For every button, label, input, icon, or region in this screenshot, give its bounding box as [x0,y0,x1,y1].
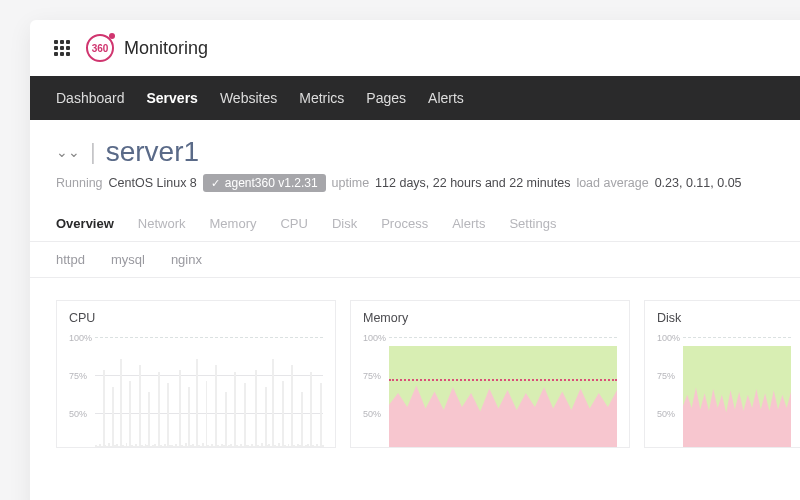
uptime-value: 112 days, 22 hours and 22 minutes [375,176,570,190]
title-row: ⌄⌄ | server1 [56,136,800,168]
tab-memory[interactable]: Memory [210,216,257,231]
server-meta: Running CentOS Linux 8 ✓ agent360 v1.2.3… [56,174,800,192]
ytick: 75% [69,371,87,381]
nav-websites[interactable]: Websites [220,90,277,106]
tab-settings[interactable]: Settings [509,216,556,231]
brand-logo-icon: 360 [86,34,114,62]
chart-title-cpu: CPU [69,311,323,325]
ytick: 75% [657,371,675,381]
ytick: 50% [69,409,87,419]
tab-disk[interactable]: Disk [332,216,357,231]
process-mysql[interactable]: mysql [111,252,145,267]
brand: 360 Monitoring [86,34,208,62]
process-filter-row: httpd mysql nginx [30,242,800,278]
server-name: server1 [106,136,199,168]
app-window: 360 Monitoring Dashboard Servers Website… [30,20,800,500]
agent-version: agent360 v1.2.31 [225,176,318,190]
brand-name: Monitoring [124,38,208,59]
uptime-label: uptime [332,176,370,190]
os-name: CentOS Linux 8 [109,176,197,190]
ytick: 100% [69,333,92,343]
status-label: Running [56,176,103,190]
ytick: 100% [657,333,680,343]
chart-title-memory: Memory [363,311,617,325]
ytick: 50% [363,409,381,419]
chart-card-disk: Disk 100% 75% 50% [644,300,800,448]
ytick: 50% [657,409,675,419]
brand-logo-text: 360 [92,43,109,54]
chart-body-memory: 100% 75% 50% [363,337,617,447]
tab-process[interactable]: Process [381,216,428,231]
chart-body-cpu: 100% 75% 50% [69,337,323,447]
topbar: 360 Monitoring [30,20,800,76]
chart-title-disk: Disk [657,311,791,325]
apps-grid-icon[interactable] [54,40,70,56]
chart-card-memory: Memory 100% 75% 50% [350,300,630,448]
page-header: ⌄⌄ | server1 Running CentOS Linux 8 ✓ ag… [30,120,800,198]
nav-servers[interactable]: Servers [147,90,198,106]
nav-dashboard[interactable]: Dashboard [56,90,125,106]
tab-alerts[interactable]: Alerts [452,216,485,231]
agent-badge: ✓ agent360 v1.2.31 [203,174,326,192]
title-divider: | [90,139,96,165]
charts-row: CPU 100% 75% 50% Memory 100% 75% 50% [30,278,800,448]
memory-line-cached [389,379,617,381]
chart-card-cpu: CPU 100% 75% 50% [56,300,336,448]
tab-network[interactable]: Network [138,216,186,231]
chart-body-disk: 100% 75% 50% [657,337,791,447]
check-icon: ✓ [211,177,220,190]
main-nav: Dashboard Servers Websites Metrics Pages… [30,76,800,120]
cpu-sparkline [95,337,323,447]
loadavg-value: 0.23, 0.11, 0.05 [655,176,742,190]
nav-pages[interactable]: Pages [366,90,406,106]
collapse-chevron-icon[interactable]: ⌄⌄ [56,145,80,159]
nav-alerts[interactable]: Alerts [428,90,464,106]
process-nginx[interactable]: nginx [171,252,202,267]
loadavg-label: load average [576,176,648,190]
ytick: 100% [363,333,386,343]
tab-overview[interactable]: Overview [56,216,114,231]
tab-cpu[interactable]: CPU [280,216,307,231]
sub-tabs: Overview Network Memory CPU Disk Process… [30,198,800,242]
nav-metrics[interactable]: Metrics [299,90,344,106]
process-httpd[interactable]: httpd [56,252,85,267]
ytick: 75% [363,371,381,381]
